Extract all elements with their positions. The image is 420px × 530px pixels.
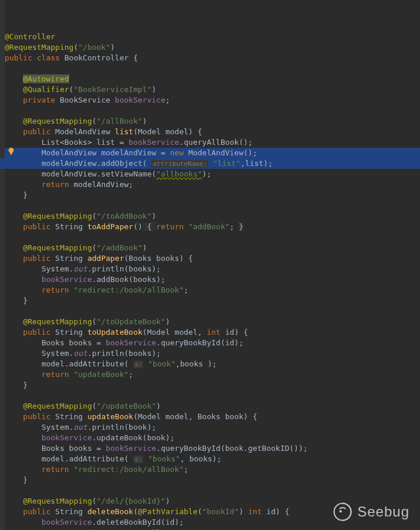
code-line[interactable]: System.out.println(book); bbox=[5, 422, 420, 433]
token-str: "updateBook" bbox=[73, 370, 128, 379]
token-param: id bbox=[225, 328, 235, 337]
code-line[interactable]: @RequestMapping("/addBook") bbox=[5, 243, 420, 253]
token-str: "/updateBook" bbox=[97, 402, 157, 410]
token-id: ( bbox=[92, 402, 97, 410]
code-line[interactable]: public ModelAndView list(Model model) { bbox=[5, 127, 420, 137]
token-kw: public class bbox=[5, 53, 65, 62]
token-cls: ModelAndView bbox=[188, 148, 243, 157]
token-id: modelAndView.addObject( bbox=[42, 159, 152, 168]
token-ann: @RequestMapping bbox=[23, 212, 92, 220]
token-str: "addBook" bbox=[188, 222, 229, 231]
code-line[interactable]: } bbox=[5, 190, 420, 201]
token-id: ; bbox=[128, 370, 133, 379]
token-kw: public bbox=[23, 222, 55, 231]
token-ws bbox=[5, 370, 42, 379]
token-kw: private bbox=[23, 96, 60, 104]
token-kw: public bbox=[23, 507, 55, 516]
token-ws bbox=[5, 243, 23, 252]
code-editor[interactable]: @Controller@RequestMapping("/book")publi… bbox=[0, 0, 420, 530]
code-line[interactable]: return "redirect:/book/allBook"; bbox=[5, 464, 420, 475]
token-id: { bbox=[128, 53, 138, 62]
code-line[interactable]: public class BookController { bbox=[5, 53, 420, 63]
token-ws bbox=[5, 222, 23, 231]
token-ws bbox=[5, 444, 42, 453]
code-line[interactable] bbox=[5, 485, 420, 496]
token-fn: toUpdateBook bbox=[87, 328, 143, 337]
token-param: book bbox=[225, 412, 243, 421]
svg-rect-0 bbox=[10, 154, 12, 155]
token-id: .queryBookById(id); bbox=[156, 338, 243, 347]
code-line[interactable]: @Autowired bbox=[5, 74, 420, 84]
code-line[interactable]: List<Books> list = bookService.queryAllB… bbox=[5, 137, 420, 148]
code-line[interactable]: modelAndView.setViewName("allbooks"); bbox=[5, 169, 420, 179]
code-line[interactable]: @RequestMapping("/updateBook") bbox=[5, 401, 420, 412]
code-line[interactable]: } bbox=[5, 295, 420, 306]
code-line[interactable]: bookService.updateBook(book); bbox=[5, 433, 420, 443]
code-line[interactable]: @Controller bbox=[5, 32, 420, 42]
code-line[interactable]: model.addAttribute( s: "book",books ); bbox=[5, 359, 420, 369]
token-ws bbox=[5, 349, 42, 358]
code-line[interactable]: return "updateBook"; bbox=[5, 369, 420, 380]
token-cls: BookService bbox=[60, 96, 115, 104]
code-line[interactable]: ModelAndView modelAndView = new ModelAnd… bbox=[5, 148, 420, 158]
code-line[interactable]: bookService.addBook(books); bbox=[5, 274, 420, 285]
code-line[interactable]: } bbox=[5, 380, 420, 390]
code-line[interactable]: return "redirect:/book/allBook"; bbox=[5, 528, 420, 530]
token-static: out bbox=[73, 423, 87, 432]
token-cls: Model bbox=[147, 328, 175, 337]
token-id: modelAndView = bbox=[101, 148, 170, 157]
token-fn: list bbox=[115, 127, 133, 136]
token-ann: @RequestMapping bbox=[23, 317, 92, 326]
code-line[interactable]: return modelAndView; bbox=[5, 179, 420, 190]
token-id: ) bbox=[165, 497, 170, 505]
code-line[interactable]: private BookService bookService; bbox=[5, 95, 420, 106]
token-ws bbox=[5, 402, 23, 410]
token-field: bookService bbox=[115, 96, 165, 104]
code-line[interactable] bbox=[5, 63, 420, 74]
code-line[interactable]: public String addPaper(Books books) { bbox=[5, 253, 420, 264]
code-line[interactable]: System.out.println(books); bbox=[5, 348, 420, 359]
token-ws bbox=[5, 264, 42, 273]
lightbulb-icon[interactable] bbox=[7, 147, 15, 155]
token-param: model bbox=[165, 412, 188, 421]
token-ws bbox=[5, 497, 23, 505]
code-line[interactable] bbox=[5, 106, 420, 116]
code-line[interactable]: System.out.println(books); bbox=[5, 264, 420, 274]
token-ws bbox=[5, 169, 42, 178]
token-kw: return bbox=[42, 180, 74, 189]
token-ann-hi: @Autowired bbox=[23, 74, 69, 83]
code-line[interactable]: Books books = bookService.queryBookById(… bbox=[5, 443, 420, 454]
token-id: ) bbox=[143, 243, 147, 252]
code-line[interactable]: @RequestMapping("/toUpdateBook") bbox=[5, 317, 420, 327]
token-param: id bbox=[266, 507, 276, 516]
code-line[interactable] bbox=[5, 306, 420, 317]
token-id: ( bbox=[133, 412, 138, 421]
code-line[interactable]: public String toAddPaper() { return "add… bbox=[5, 222, 420, 232]
code-line[interactable]: @RequestMapping("/book") bbox=[5, 42, 420, 53]
token-ann: @RequestMapping bbox=[5, 43, 73, 52]
code-line[interactable]: modelAndView.addObject( attributeName: "… bbox=[5, 158, 420, 169]
code-line[interactable] bbox=[5, 232, 420, 243]
token-id: .deleteBookById(id); bbox=[92, 518, 184, 526]
code-line[interactable]: @Qualifier("BookServiceImpl") bbox=[5, 84, 420, 95]
token-id: ) { bbox=[243, 412, 257, 421]
code-line[interactable]: public String updateBook(Model model, Bo… bbox=[5, 412, 420, 422]
token-kw: public bbox=[23, 328, 55, 337]
token-id: ( bbox=[92, 212, 97, 220]
code-line[interactable]: return "redirect:/book/allBook"; bbox=[5, 285, 420, 295]
token-id: ) bbox=[156, 402, 161, 410]
token-ws bbox=[5, 127, 23, 136]
code-area[interactable]: @Controller@RequestMapping("/book")publi… bbox=[5, 0, 420, 530]
code-line[interactable]: public String toUpdateBook(Model model, … bbox=[5, 327, 420, 338]
code-line[interactable]: model.addAttribute( s: "books", books); bbox=[5, 454, 420, 464]
code-line[interactable] bbox=[5, 201, 420, 211]
token-id: ) bbox=[165, 317, 170, 326]
code-line[interactable] bbox=[5, 390, 420, 401]
token-ws bbox=[5, 159, 42, 168]
token-id: } bbox=[23, 296, 28, 305]
code-line[interactable]: @RequestMapping("/toAddBook") bbox=[5, 211, 420, 222]
token-id: list = bbox=[97, 138, 129, 147]
code-line[interactable]: Books books = bookService.queryBookById(… bbox=[5, 338, 420, 348]
code-line[interactable]: } bbox=[5, 475, 420, 485]
code-line[interactable]: @RequestMapping("/allBook") bbox=[5, 116, 420, 127]
